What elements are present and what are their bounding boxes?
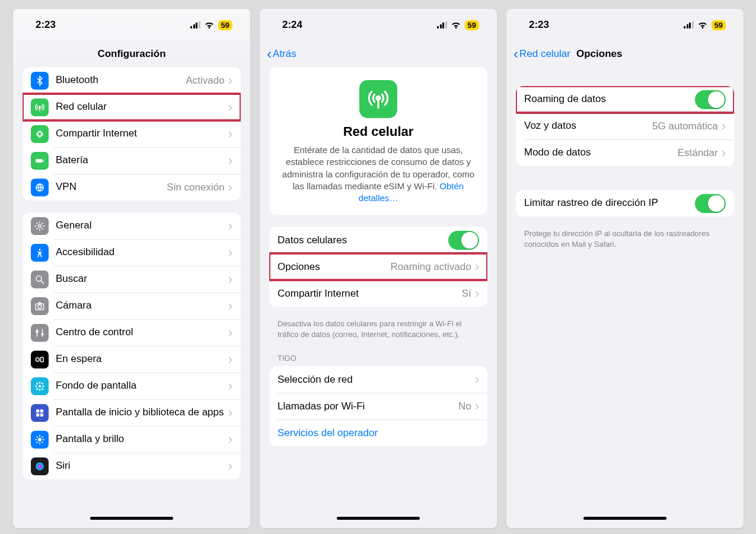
row-label: Cámara: [56, 300, 228, 312]
chevron-right-icon: ›: [228, 432, 232, 447]
row-label: Voz y datos: [524, 120, 652, 132]
signal-icon: [190, 21, 200, 28]
settings-row[interactable]: OpcionesRoaming activado›: [269, 253, 487, 280]
settings-row[interactable]: VPNSin conexión›: [23, 174, 241, 201]
row-label: Accesibilidad: [56, 246, 228, 258]
row-label: Opciones: [277, 261, 391, 273]
display-icon: [31, 431, 49, 449]
standby-icon: [31, 351, 49, 368]
row-value: 5G automática: [652, 120, 718, 132]
row-label: Pantalla y brillo: [56, 433, 228, 445]
general-icon: [31, 217, 49, 235]
settings-row[interactable]: Pantalla y brillo›: [23, 426, 241, 453]
back-button[interactable]: ‹Red celular: [513, 47, 570, 61]
settings-row[interactable]: Servicios del operador: [269, 419, 487, 446]
phone-options: 2:23 59 ‹Red celular Opciones Roaming de…: [506, 9, 744, 528]
settings-row[interactable]: Centro de control›: [23, 319, 241, 346]
settings-row[interactable]: Siri›: [23, 453, 241, 479]
phone-cellular: 2:24 59 ‹Atrás Red celular Entérate de l…: [260, 9, 497, 528]
svg-point-32: [38, 438, 42, 441]
chevron-right-icon: ›: [228, 245, 232, 260]
settings-row[interactable]: En espera›: [23, 346, 241, 373]
svg-point-27: [42, 388, 43, 390]
toggle-switch[interactable]: [695, 194, 726, 213]
row-label: Red celular: [56, 101, 228, 113]
settings-row[interactable]: Llamadas por Wi-FiNo›: [269, 393, 487, 419]
home-indicator[interactable]: [337, 517, 420, 520]
search-icon: [31, 271, 49, 288]
svg-point-19: [39, 384, 42, 387]
svg-rect-5: [43, 160, 44, 161]
battery-icon: 59: [465, 20, 479, 30]
svg-rect-28: [36, 409, 39, 412]
chevron-right-icon: ›: [228, 272, 232, 287]
home-indicator[interactable]: [90, 517, 173, 520]
settings-row[interactable]: Compartir Internet›: [23, 120, 241, 147]
settings-row[interactable]: Fondo de pantalla›: [23, 373, 241, 399]
hero-text: Entérate de la cantidad de datos que usa…: [281, 144, 476, 204]
chevron-right-icon: ›: [228, 379, 232, 394]
row-label: Llamadas por Wi-Fi: [277, 401, 458, 412]
back-button[interactable]: ‹Atrás: [267, 47, 296, 61]
settings-row[interactable]: Datos celulares: [269, 227, 487, 253]
siri-icon: [31, 457, 49, 475]
settings-row[interactable]: General›: [23, 212, 241, 239]
settings-row[interactable]: Limitar rastreo de dirección IP: [516, 190, 734, 217]
settings-row[interactable]: Red celular›: [23, 94, 241, 120]
settings-row[interactable]: BluetoothActivado›: [23, 67, 241, 94]
toggle-switch[interactable]: [448, 231, 479, 250]
status-bar: 2:23 59: [506, 9, 744, 41]
battery-icon: 59: [218, 20, 232, 30]
footer-text: Protege tu dirección IP al ocultarla de …: [506, 228, 744, 260]
svg-point-24: [36, 383, 38, 384]
svg-point-33: [36, 462, 44, 471]
row-label: Datos celulares: [277, 234, 448, 246]
nav-bar: ‹Red celular Opciones: [506, 41, 744, 67]
row-value: No: [458, 401, 471, 412]
signal-icon: [437, 21, 447, 28]
svg-point-16: [42, 333, 43, 335]
settings-row[interactable]: Pantalla de inicio y biblioteca de apps›: [23, 399, 241, 426]
settings-row[interactable]: Accesibilidad›: [23, 239, 241, 266]
chevron-right-icon: ›: [228, 153, 232, 169]
chevron-right-icon: ›: [228, 298, 232, 314]
settings-row[interactable]: Compartir InternetSí›: [269, 280, 487, 307]
row-value: Sin conexión: [167, 182, 224, 193]
phone-settings: 2:23 59 Configuración BluetoothActivado›…: [13, 9, 250, 528]
settings-row[interactable]: Roaming de datos: [516, 86, 734, 113]
chevron-right-icon: ›: [228, 325, 232, 341]
chevron-right-icon: ›: [228, 352, 232, 367]
status-bar: 2:24 59: [260, 9, 497, 41]
cellular-icon: [31, 98, 49, 116]
wifi-icon: [697, 20, 708, 30]
row-label: Centro de control: [56, 326, 228, 338]
wifi-icon: [451, 20, 461, 30]
status-time: 2:23: [36, 19, 56, 31]
row-label: Buscar: [56, 273, 228, 285]
status-time: 2:24: [282, 19, 302, 31]
chevron-left-icon: ‹: [513, 47, 518, 61]
settings-row[interactable]: Selección de red›: [269, 366, 487, 393]
settings-row[interactable]: Buscar›: [23, 266, 241, 293]
svg-point-7: [39, 224, 42, 227]
settings-row[interactable]: Voz y datos5G automática›: [516, 113, 734, 139]
nav-bar: ‹Atrás: [260, 41, 497, 67]
chevron-right-icon: ›: [475, 399, 479, 414]
status-bar: 2:23 59: [13, 9, 250, 41]
svg-line-10: [41, 281, 44, 284]
settings-row[interactable]: Batería›: [23, 147, 241, 174]
row-label: Modo de datos: [524, 147, 678, 158]
status-time: 2:23: [529, 19, 549, 31]
chevron-right-icon: ›: [228, 180, 232, 195]
bluetooth-icon: [31, 72, 49, 90]
svg-point-21: [39, 389, 41, 390]
toggle-switch[interactable]: [695, 90, 726, 109]
camera-icon: [31, 297, 49, 315]
chevron-left-icon: ‹: [267, 47, 272, 61]
nav-bar: Configuración: [13, 41, 250, 67]
svg-point-25: [42, 383, 43, 384]
settings-row[interactable]: Cámara›: [23, 293, 241, 319]
home-indicator[interactable]: [583, 517, 666, 520]
settings-row[interactable]: Modo de datosEstándar›: [516, 139, 734, 166]
row-label: Selección de red: [277, 374, 475, 386]
